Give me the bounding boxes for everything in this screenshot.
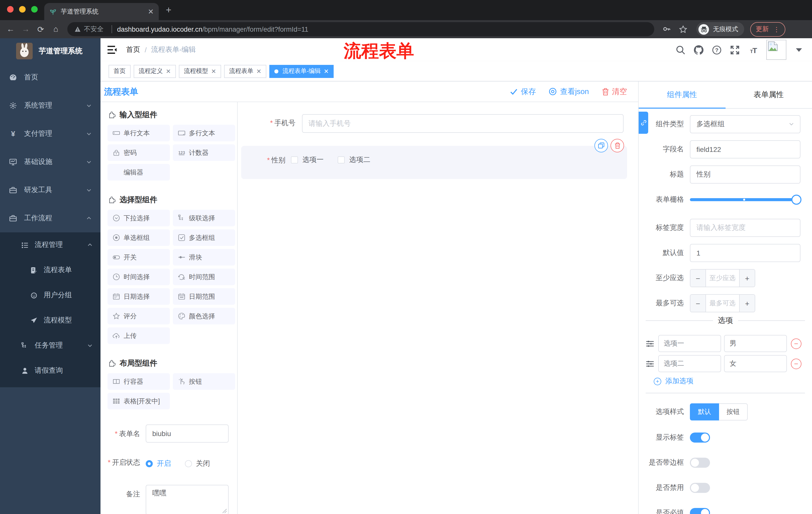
- close-icon[interactable]: ✕: [211, 68, 216, 74]
- form-remark-textarea[interactable]: 嘿嘿: [146, 485, 229, 514]
- password-key-icon[interactable]: [662, 25, 671, 33]
- minimize-window-icon[interactable]: [19, 6, 26, 12]
- collapse-sidebar-icon[interactable]: [108, 46, 117, 54]
- close-icon[interactable]: ✕: [324, 68, 329, 74]
- drawer-handle-button[interactable]: [639, 112, 648, 134]
- decrease-icon[interactable]: −: [690, 295, 706, 312]
- palette-item-single-line-text[interactable]: 单行文本: [108, 125, 170, 141]
- zoom-window-icon[interactable]: [31, 6, 38, 12]
- show-label-switch[interactable]: [690, 433, 710, 442]
- gender-option-2[interactable]: 选项二: [338, 155, 370, 164]
- grid-slider[interactable]: [690, 191, 801, 209]
- palette-item-row-container[interactable]: 行容器: [108, 373, 170, 390]
- forward-icon[interactable]: →: [18, 25, 33, 34]
- new-tab-button[interactable]: +: [166, 5, 171, 15]
- address-bar[interactable]: 不安全 dashboard.yudao.iocoder.cn/bpm/manag…: [67, 22, 654, 36]
- stepper-placeholder[interactable]: 最多可选: [706, 295, 739, 312]
- max-select-stepper[interactable]: − 最多可选 +: [690, 294, 755, 312]
- checkbox-icon[interactable]: [338, 156, 345, 163]
- bookmark-star-icon[interactable]: [679, 25, 687, 33]
- macos-window-controls[interactable]: [7, 6, 38, 12]
- tag-home[interactable]: 首页: [109, 64, 130, 78]
- selected-component-gender[interactable]: 性别 选项一 选项二: [241, 146, 627, 179]
- option-value-input[interactable]: 女: [724, 355, 787, 372]
- palette-item-time-range[interactable]: 时间范围: [173, 269, 235, 285]
- required-switch[interactable]: [690, 508, 710, 514]
- status-on-radio[interactable]: 开启: [146, 459, 171, 468]
- drag-handle-icon[interactable]: [646, 359, 654, 368]
- tag-process-definition[interactable]: 流程定义✕: [134, 64, 176, 78]
- sidebar-item-workflow[interactable]: 工作流程: [0, 204, 100, 232]
- palette-item-cascader[interactable]: 级联选择: [173, 210, 235, 226]
- palette-item-select[interactable]: 下拉选择: [108, 210, 170, 226]
- palette-item-multi-line-text[interactable]: 多行文本: [173, 125, 235, 141]
- sidebar-item-devtools[interactable]: 研发工具: [0, 176, 100, 204]
- browser-menu-icon[interactable]: ⋮: [773, 25, 780, 33]
- palette-item-table[interactable]: 表格[开发中]: [108, 393, 170, 409]
- palette-item-upload[interactable]: 上传: [108, 327, 170, 344]
- tab-form-props[interactable]: 表单属性: [725, 81, 812, 109]
- avatar-dropdown-caret-icon[interactable]: [796, 48, 802, 52]
- sidebar-item-leave-query[interactable]: 请假查询: [0, 358, 100, 383]
- sidebar-item-process-management[interactable]: 流程管理: [0, 232, 100, 258]
- clear-button[interactable]: 清空: [602, 87, 627, 96]
- save-button[interactable]: 保存: [510, 87, 536, 96]
- disabled-switch[interactable]: [690, 483, 710, 493]
- min-select-stepper[interactable]: − 至少应选 +: [690, 269, 755, 287]
- home-icon[interactable]: ⌂: [48, 25, 63, 34]
- remove-option-button[interactable]: −: [791, 338, 802, 349]
- slider-handle[interactable]: [791, 195, 802, 205]
- remove-option-button[interactable]: −: [791, 358, 802, 369]
- browser-tab[interactable]: 芋道管理系统 ✕: [44, 3, 159, 20]
- palette-item-counter[interactable]: 123 计数器: [173, 144, 235, 161]
- palette-item-date-range[interactable]: 日期范围: [173, 288, 235, 305]
- tab-component-props[interactable]: 组件属性: [639, 81, 725, 109]
- palette-item-color-picker[interactable]: 颜色选择: [173, 308, 235, 324]
- status-off-radio[interactable]: 关闭: [185, 459, 210, 468]
- drag-handle-icon[interactable]: [646, 339, 654, 348]
- view-json-button[interactable]: 查看json: [549, 87, 589, 96]
- slider-track[interactable]: [690, 198, 801, 201]
- increase-icon[interactable]: +: [739, 270, 755, 287]
- sidebar-item-process-form[interactable]: 流程表单: [0, 258, 100, 283]
- palette-item-password[interactable]: 密码: [108, 144, 170, 161]
- palette-item-switch[interactable]: 开关: [108, 249, 170, 266]
- palette-item-date-picker[interactable]: 日期选择: [108, 288, 170, 305]
- breadcrumb-home[interactable]: 首页: [126, 45, 140, 54]
- close-window-icon[interactable]: [7, 6, 13, 12]
- add-option-button[interactable]: + 添加选项: [654, 375, 805, 388]
- help-icon[interactable]: ?: [712, 45, 722, 55]
- option-label-input[interactable]: 选项一: [658, 335, 721, 352]
- checkbox-icon[interactable]: [291, 156, 298, 163]
- update-button[interactable]: 更新 ⋮: [750, 22, 785, 36]
- fullscreen-icon[interactable]: [730, 45, 740, 55]
- phone-field-input[interactable]: 请输入手机号: [302, 114, 624, 133]
- github-icon[interactable]: [694, 45, 703, 55]
- border-switch[interactable]: [690, 458, 710, 468]
- back-icon[interactable]: ←: [3, 25, 18, 34]
- default-value-input[interactable]: 1: [690, 244, 801, 262]
- tag-process-form-edit[interactable]: 流程表单-编辑✕: [269, 64, 334, 78]
- sidebar-item-task-management[interactable]: 任务管理: [0, 333, 100, 358]
- tab-close-icon[interactable]: ✕: [148, 8, 154, 15]
- sidebar-logo[interactable]: 芋道管理系统: [0, 38, 100, 63]
- component-type-select[interactable]: 多选框组: [690, 115, 801, 133]
- palette-item-rate[interactable]: 评分: [108, 308, 170, 324]
- sidebar-item-system[interactable]: 系统管理: [0, 91, 100, 120]
- style-default-button[interactable]: 默认: [690, 403, 719, 421]
- palette-item-slider[interactable]: 滑块: [173, 249, 235, 266]
- option-label-input[interactable]: 选项二: [658, 355, 721, 372]
- style-button-button[interactable]: 按钮: [719, 403, 748, 421]
- copy-component-button[interactable]: [594, 139, 608, 153]
- tag-process-form[interactable]: 流程表单✕: [224, 64, 266, 78]
- user-avatar[interactable]: [766, 40, 786, 60]
- palette-item-time-picker[interactable]: 时间选择: [108, 269, 170, 285]
- sidebar-item-infrastructure[interactable]: 基础设施: [0, 148, 100, 176]
- search-icon[interactable]: [676, 45, 685, 55]
- decrease-icon[interactable]: −: [690, 270, 706, 287]
- font-size-icon[interactable]: T T: [748, 45, 758, 55]
- form-canvas[interactable]: 手机号 请输入手机号 性别 选项一 选项二: [238, 102, 638, 514]
- stepper-placeholder[interactable]: 至少应选: [706, 270, 739, 287]
- increase-icon[interactable]: +: [739, 295, 755, 312]
- palette-item-editor[interactable]: 编辑器: [108, 164, 170, 181]
